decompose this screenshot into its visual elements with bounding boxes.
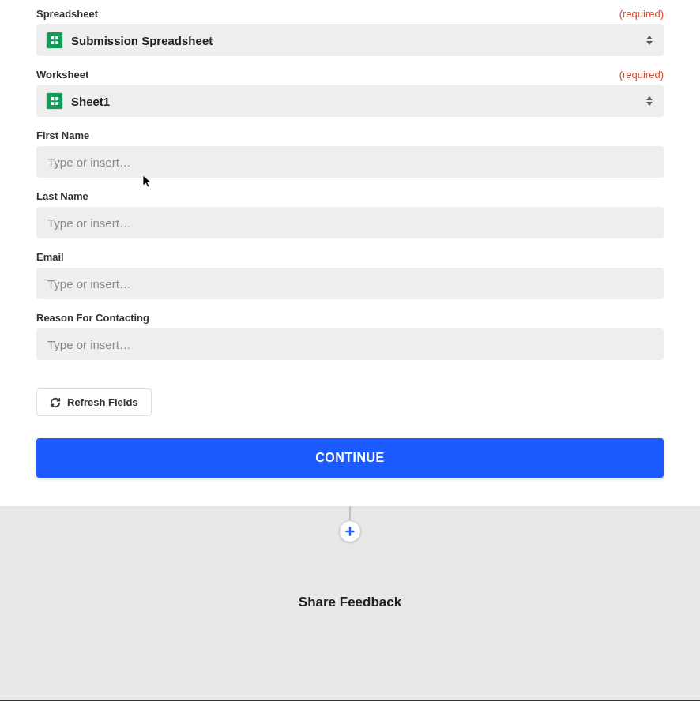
worksheet-field-group: Worksheet (required) Sheet1 bbox=[36, 69, 664, 117]
label-row: Reason For Contacting bbox=[36, 312, 664, 324]
continue-button[interactable]: CONTINUE bbox=[36, 438, 664, 478]
sort-icon bbox=[646, 36, 653, 45]
plus-icon bbox=[344, 526, 356, 537]
continue-label: CONTINUE bbox=[315, 451, 385, 464]
email-input[interactable] bbox=[36, 268, 664, 299]
label-row: First Name bbox=[36, 129, 664, 141]
refresh-fields-button[interactable]: Refresh Fields bbox=[36, 388, 152, 416]
last-name-label: Last Name bbox=[36, 190, 88, 202]
first-name-field-group: First Name bbox=[36, 129, 664, 178]
label-row: Spreadsheet (required) bbox=[36, 8, 664, 20]
reason-input[interactable] bbox=[36, 328, 664, 360]
spreadsheet-field-group: Spreadsheet (required) Submission Spread… bbox=[36, 8, 664, 56]
connector-line bbox=[350, 506, 351, 520]
email-field-group: Email bbox=[36, 251, 664, 299]
first-name-label: First Name bbox=[36, 129, 89, 141]
label-row: Last Name bbox=[36, 190, 664, 202]
refresh-fields-label: Refresh Fields bbox=[67, 396, 138, 408]
bottom-section: Share Feedback bbox=[0, 506, 700, 701]
label-row: Worksheet (required) bbox=[36, 69, 664, 81]
form-container: Spreadsheet (required) Submission Spread… bbox=[0, 0, 700, 506]
reason-label: Reason For Contacting bbox=[36, 312, 149, 324]
last-name-field-group: Last Name bbox=[36, 190, 664, 238]
reason-field-group: Reason For Contacting bbox=[36, 312, 664, 360]
required-tag: (required) bbox=[619, 8, 664, 20]
last-name-input[interactable] bbox=[36, 207, 664, 238]
worksheet-dropdown[interactable]: Sheet1 bbox=[36, 85, 664, 117]
required-tag: (required) bbox=[619, 69, 664, 81]
first-name-input[interactable] bbox=[36, 146, 664, 178]
worksheet-label: Worksheet bbox=[36, 69, 88, 81]
email-label: Email bbox=[36, 251, 64, 263]
sort-icon bbox=[646, 96, 653, 106]
add-step-button[interactable] bbox=[339, 520, 361, 542]
spreadsheet-dropdown[interactable]: Submission Spreadsheet bbox=[36, 24, 664, 56]
spreadsheet-value: Submission Spreadsheet bbox=[71, 34, 654, 47]
share-feedback-heading: Share Feedback bbox=[0, 595, 700, 610]
google-sheets-icon bbox=[46, 92, 63, 110]
spreadsheet-label: Spreadsheet bbox=[36, 8, 98, 20]
refresh-icon bbox=[50, 397, 61, 408]
label-row: Email bbox=[36, 251, 664, 263]
google-sheets-icon bbox=[46, 32, 63, 49]
worksheet-value: Sheet1 bbox=[71, 95, 654, 108]
